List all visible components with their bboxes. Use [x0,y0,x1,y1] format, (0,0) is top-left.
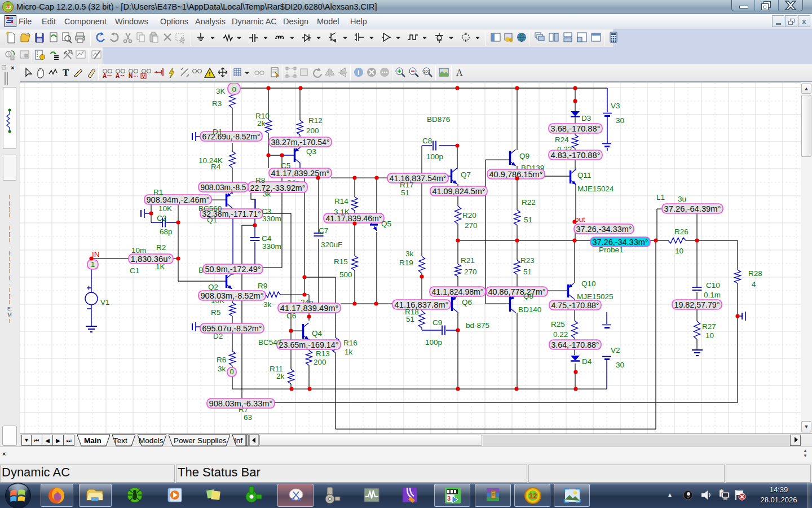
svg-text:200: 200 [314,358,326,366]
svg-text:Probe1: Probe1 [599,246,624,254]
svg-text:4: 4 [752,280,756,288]
svg-text:1,830.36u°: 1,830.36u° [131,255,171,264]
svg-text:D1: D1 [213,128,222,136]
svg-text:Q10: Q10 [581,279,596,288]
svg-text:908.03m,-8.52m°: 908.03m,-8.52m° [201,291,264,300]
svg-text:V: V [142,73,145,79]
svg-text:1k: 1k [345,348,353,356]
svg-text:12: 12 [529,492,537,500]
svg-text:Q6: Q6 [462,298,472,306]
svg-text:41.16,837.54m°: 41.16,837.54m° [390,174,447,183]
svg-text:R2: R2 [156,243,166,252]
svg-text:37.26,-34.33m°: 37.26,-34.33m° [576,225,632,234]
svg-text:C8: C8 [422,137,432,145]
svg-text:320uF: 320uF [321,240,342,249]
svg-text:R13: R13 [316,349,330,358]
svg-text:Power Supplies: Power Supplies [174,436,227,445]
svg-text:D3: D3 [581,114,591,122]
svg-text:R3: R3 [212,99,222,108]
svg-text:3k: 3k [218,365,226,373]
svg-text:i: i [358,69,359,77]
svg-text:3u: 3u [678,195,686,203]
svg-text:R26: R26 [674,227,689,236]
svg-text:51: 51 [401,189,409,197]
svg-text:A: A [103,73,107,79]
svg-text:D4: D4 [582,357,592,366]
svg-text:2k: 2k [276,372,285,380]
svg-text:51: 51 [406,315,414,323]
svg-text:R1: R1 [153,188,163,196]
svg-text:330m: 330m [262,242,281,251]
svg-text:30: 30 [616,116,624,125]
svg-text:Text: Text [113,436,127,445]
svg-text:V2: V2 [611,346,620,354]
svg-text:100: 100 [423,69,430,73]
svg-text:22.72,-33.92m°: 22.72,-33.92m° [250,183,306,192]
svg-text:L1: L1 [656,193,665,202]
svg-text:500: 500 [339,270,352,279]
svg-text:50.9m,-172.49°: 50.9m,-172.49° [205,265,261,274]
svg-text:3.1K: 3.1K [334,208,350,216]
svg-text:100p: 100p [426,152,443,161]
svg-text:Q9: Q9 [519,152,529,160]
svg-text:C6: C6 [286,312,296,320]
svg-text:23.65m,-169.14°: 23.65m,-169.14° [279,340,339,349]
svg-text:BC547: BC547 [258,338,281,347]
svg-text:C5: C5 [281,161,290,170]
svg-text:672.69u,-8.52m°: 672.69u,-8.52m° [202,132,261,141]
svg-text:Q5: Q5 [381,220,391,228]
svg-text:R14: R14 [334,197,348,205]
svg-text:40.86,778.27m°: 40.86,778.27m° [488,287,546,296]
svg-text:10: 10 [675,247,683,255]
svg-text:63: 63 [244,413,252,422]
svg-text:41.16,837.8m°: 41.16,837.8m° [395,300,449,309]
svg-text:3.64,-170.88°: 3.64,-170.88° [551,340,599,349]
svg-text:V3: V3 [611,102,620,110]
svg-text:Inf: Inf [234,436,242,445]
svg-text:4.83,-170.88°: 4.83,-170.88° [551,151,601,160]
svg-text:A: A [456,68,463,77]
svg-text:19.82,57.79°: 19.82,57.79° [674,300,720,309]
svg-text:908.03m,-6.33m°: 908.03m,-6.33m° [209,399,273,408]
svg-text:1: 1 [91,260,95,269]
svg-text:R25: R25 [551,320,565,329]
svg-text:3: 3 [447,495,451,502]
svg-text:30: 30 [616,361,624,369]
svg-text:3K: 3K [216,87,226,95]
svg-text:100p: 100p [425,338,442,347]
svg-text:A: A [116,73,120,79]
svg-text:bd-875: bd-875 [466,321,489,330]
svg-text:R4: R4 [211,163,221,171]
svg-text:BD876: BD876 [427,115,450,124]
svg-text:0.22: 0.22 [553,330,568,339]
svg-text:R17: R17 [400,181,414,189]
svg-text:41.09,824.5m°: 41.09,824.5m° [433,187,486,196]
svg-text:0.1m: 0.1m [704,291,721,299]
svg-text:R12: R12 [308,116,323,125]
svg-text:41.17,839.25m°: 41.17,839.25m° [271,169,330,178]
svg-text:41.1,824.98m°: 41.1,824.98m° [432,287,484,296]
svg-text:51: 51 [523,268,532,276]
svg-text:0: 0 [232,85,236,94]
svg-text:270: 270 [465,221,478,230]
svg-text:Q2: Q2 [208,283,218,291]
svg-text:R5: R5 [211,308,220,317]
svg-text:Q4: Q4 [312,329,323,338]
svg-text:C7: C7 [319,226,328,235]
svg-text:3.68,-170.88°: 3.68,-170.88° [551,124,601,133]
svg-text:37.26,-64.39m°: 37.26,-64.39m° [664,204,721,213]
svg-text:BD140: BD140 [518,305,541,314]
svg-text:10: 10 [705,331,714,340]
svg-text:C2: C2 [157,214,166,222]
svg-text:10K: 10K [158,204,172,213]
svg-text:4.75,-170.88°: 4.75,-170.88° [551,301,599,310]
svg-text:3k: 3k [405,249,414,258]
svg-text:R21: R21 [461,256,475,265]
svg-text:C1: C1 [130,266,139,275]
svg-text:C9: C9 [433,318,442,327]
svg-text:!: ! [209,71,211,77]
svg-text:IN: IN [92,250,100,259]
svg-text:R6: R6 [217,356,226,364]
svg-text:3k: 3k [263,300,272,309]
svg-text:R19: R19 [399,259,413,267]
